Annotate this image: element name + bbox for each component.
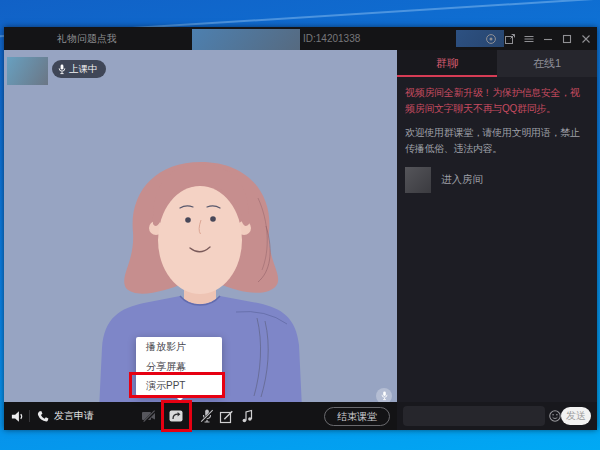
camera-off-icon: [141, 408, 157, 424]
popout-icon: [504, 33, 516, 45]
bottom-toolbar: 发言申请: [4, 402, 397, 430]
speech-request-label: 发言申请: [54, 409, 94, 423]
toolbar-divider: [29, 410, 30, 422]
video-stage: 上课中: [4, 50, 397, 430]
chat-tabs: 群聊 在线1: [397, 50, 597, 77]
main-menu-button[interactable]: [522, 32, 535, 45]
app-window: 礼物问题点我 ID:14201338: [4, 27, 597, 430]
chat-panel: 群聊 在线1 视频房间全新升级！为保护信息安全，视频房间文字聊天不再与QQ群同步…: [397, 50, 597, 430]
menu-item-play-video[interactable]: 播放影片: [136, 337, 222, 357]
room-entry-event: 进入房间: [405, 167, 589, 193]
chat-messages: 视频房间全新升级！为保护信息安全，视频房间文字聊天不再与QQ群同步。 欢迎使用群…: [397, 77, 597, 402]
phone-icon: [36, 410, 49, 423]
title-bar: 礼物问题点我 ID:14201338: [4, 27, 597, 50]
chat-input[interactable]: [403, 406, 545, 426]
maximize-button[interactable]: [560, 32, 573, 45]
end-class-button[interactable]: 结束课堂: [324, 407, 390, 426]
room-id-label: ID:14201338: [303, 27, 360, 50]
popout-button[interactable]: [503, 32, 516, 45]
music-button[interactable]: [240, 408, 256, 424]
active-tab-indicator: [397, 75, 497, 77]
close-icon: [580, 33, 592, 45]
room-entry-text: 进入房间: [441, 173, 483, 187]
record-button[interactable]: [484, 32, 497, 45]
send-button[interactable]: 发送: [561, 407, 591, 425]
tab-online-members[interactable]: 在线1: [497, 50, 597, 77]
minimize-button[interactable]: [541, 32, 554, 45]
menu-item-present-ppt[interactable]: 演示PPT: [136, 376, 222, 396]
edit-note-button[interactable]: [219, 408, 235, 424]
record-icon: [485, 33, 497, 45]
speaker-button[interactable]: [9, 408, 25, 424]
share-options-menu: 播放影片 分享屏幕 演示PPT: [136, 337, 222, 396]
speech-request-button[interactable]: 发言申请: [36, 402, 94, 430]
window-controls: [484, 27, 592, 50]
redacted-group-name: [192, 29, 300, 50]
present-share-button[interactable]: [168, 408, 184, 424]
main-content: 上课中: [4, 50, 597, 430]
window-title: 礼物问题点我: [57, 27, 117, 50]
camera-off-button[interactable]: [141, 408, 157, 424]
system-warning-notice: 视频房间全新升级！为保护信息安全，视频房间文字聊天不再与QQ群同步。: [405, 85, 589, 116]
welcome-notice: 欢迎使用群课堂，请使用文明用语，禁止传播低俗、违法内容。: [405, 125, 589, 156]
mic-muted-button[interactable]: [199, 408, 215, 424]
present-share-icon: [168, 408, 184, 424]
menu-caret: [174, 395, 186, 401]
redacted-member-avatar: [405, 167, 431, 193]
emoji-smiley-icon: [548, 409, 562, 423]
minimize-icon: [542, 33, 554, 45]
music-note-icon: [240, 408, 256, 424]
mic-small-icon: [381, 391, 388, 401]
close-button[interactable]: [579, 32, 592, 45]
menu-item-share-screen[interactable]: 分享屏幕: [136, 357, 222, 377]
hamburger-menu-icon: [523, 33, 535, 45]
maximize-icon: [561, 33, 573, 45]
edit-icon: [219, 408, 235, 424]
tab-group-chat[interactable]: 群聊: [397, 50, 497, 77]
mic-muted-icon: [199, 408, 215, 424]
chat-input-bar: 发送: [397, 402, 597, 430]
speaker-icon: [10, 409, 25, 424]
